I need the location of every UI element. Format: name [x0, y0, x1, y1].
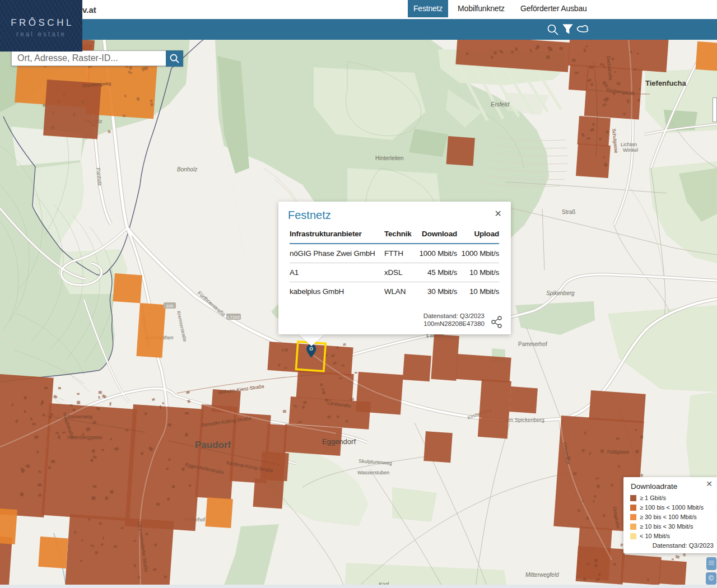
svg-text:Wasserstuben: Wasserstuben: [357, 470, 389, 475]
svg-text:Lichten: Lichten: [621, 142, 637, 147]
svg-text:Hatterberggasse: Hatterberggasse: [67, 435, 103, 440]
svg-text:Pammerhof: Pammerhof: [518, 341, 547, 347]
svg-text:Sonnenweg: Sonnenweg: [67, 414, 92, 419]
svg-text:Eggendorf: Eggendorf: [322, 437, 356, 446]
svg-text:Straß: Straß: [562, 209, 575, 215]
svg-text:Feldgasse: Feldgasse: [607, 449, 629, 455]
svg-text:Mitterwegfeld: Mitterwegfeld: [525, 572, 559, 578]
svg-text:L7102: L7102: [227, 315, 240, 320]
svg-text:Eisfeld: Eisfeld: [491, 101, 510, 108]
svg-text:Winkel: Winkel: [623, 147, 638, 153]
svg-text:Am Spickenberg: Am Spickenberg: [505, 417, 544, 423]
svg-text:Bonholz: Bonholz: [177, 166, 197, 172]
svg-text:Spikenberg: Spikenberg: [546, 290, 575, 296]
svg-text:Tiefenfucha: Tiefenfucha: [645, 79, 686, 87]
svg-text:Hinterleiten: Hinterleiten: [375, 155, 404, 161]
svg-text:100: 100: [166, 304, 174, 309]
svg-text:Paudorf: Paudorf: [195, 440, 231, 450]
